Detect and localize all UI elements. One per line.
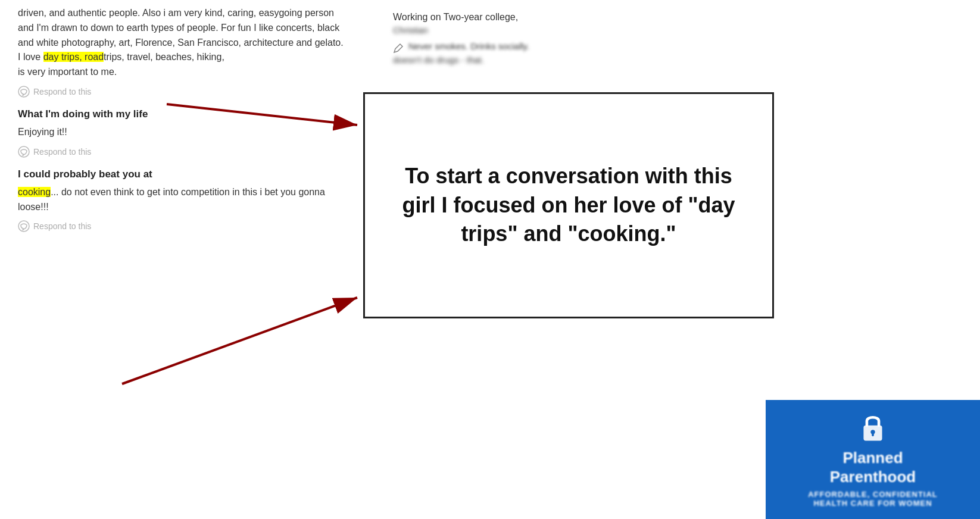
- left-column: driven, and authentic people. Also i am …: [0, 0, 369, 519]
- section2-content: cooking... do not even think to get into…: [18, 185, 351, 215]
- icon-label: Never smokes. Drinks socially.: [408, 41, 529, 51]
- pp-tagline: AFFORDABLE, CONFIDENTIAL HEALTH CARE FOR…: [808, 490, 938, 508]
- highlight-day-trips: day trips, road: [43, 52, 104, 62]
- intro-text-part1: driven, and authentic people. Also i am …: [18, 8, 344, 48]
- section2-header: I could probably beat you at: [18, 168, 351, 180]
- respond-link-1[interactable]: Respond to this: [18, 86, 351, 98]
- pencil-icon: [393, 43, 404, 54]
- planned-parenthood-banner: Planned Parenthood AFFORDABLE, CONFIDENT…: [766, 400, 980, 519]
- svg-point-1: [18, 146, 29, 157]
- intro-text-part3: is very important to me.: [18, 67, 117, 77]
- intro-text-love: I love day trips, roadtrips, travel, bea…: [18, 52, 224, 62]
- respond-text-3: Respond to this: [33, 221, 91, 231]
- right-icon-row: Never smokes. Drinks socially.: [393, 41, 956, 55]
- highlight-cooking: cooking: [18, 187, 51, 197]
- intro-paragraph: driven, and authentic people. Also i am …: [18, 6, 351, 80]
- chat-icon-1: [18, 86, 30, 98]
- section1-content: Enjoying it!!: [18, 125, 351, 140]
- section2-rest: ... do not even think to get into compet…: [18, 187, 325, 212]
- respond-text-1: Respond to this: [33, 87, 91, 96]
- page-layout: driven, and authentic people. Also i am …: [0, 0, 980, 519]
- chat-icon-2: [18, 146, 30, 158]
- svg-rect-9: [872, 432, 874, 436]
- respond-link-3[interactable]: Respond to this: [18, 220, 351, 232]
- section1-header: What I'm doing with my life: [18, 108, 351, 120]
- pp-lock-icon: [858, 411, 888, 444]
- tooltip-text: To start a conversation with this girl I…: [389, 162, 748, 249]
- svg-point-0: [18, 86, 29, 97]
- tooltip-box: To start a conversation with this girl I…: [363, 92, 774, 318]
- chat-icon-3: [18, 220, 30, 232]
- respond-text-2: Respond to this: [33, 147, 91, 157]
- svg-line-6: [122, 298, 357, 384]
- respond-link-2[interactable]: Respond to this: [18, 146, 351, 158]
- pp-logo-text: Planned Parenthood: [830, 449, 916, 486]
- right-blurred-2: doesn't do drugs - that.: [393, 55, 956, 65]
- right-top-text: Working on Two-year college,: [393, 12, 956, 23]
- right-blurred-1: Christian: [393, 25, 956, 35]
- svg-point-2: [18, 221, 29, 232]
- right-info: Working on Two-year college, Christian N…: [381, 6, 968, 74]
